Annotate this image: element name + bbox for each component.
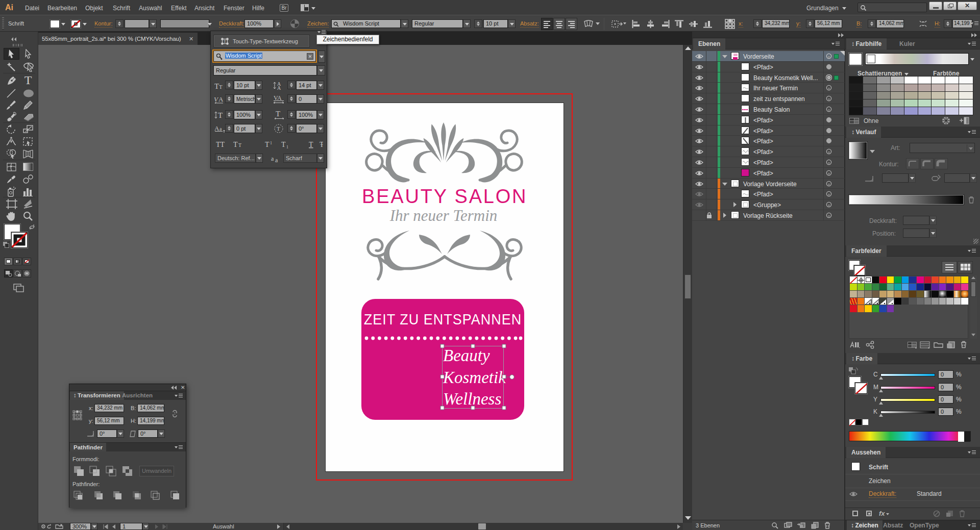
svg-text:T: T — [233, 141, 238, 148]
svg-text:T: T — [309, 141, 313, 148]
svg-text:T: T — [214, 82, 219, 90]
svg-text:T: T — [265, 141, 270, 148]
svg-text:1: 1 — [286, 145, 288, 149]
svg-text:T: T — [281, 141, 286, 148]
svg-text:T: T — [277, 125, 280, 132]
svg-text:T: T — [224, 39, 227, 44]
svg-text:VA: VA — [274, 94, 282, 102]
svg-text:a: a — [219, 126, 222, 132]
svg-text:T: T — [218, 111, 223, 119]
svg-text:A: A — [218, 95, 224, 103]
svg-text:a: a — [271, 155, 274, 162]
svg-text:Ŧ: Ŧ — [320, 141, 323, 148]
svg-text:A: A — [214, 124, 219, 132]
svg-text:T: T — [238, 142, 241, 148]
svg-text:T: T — [276, 110, 280, 118]
svg-text:a: a — [275, 157, 278, 162]
svg-text:TT: TT — [216, 141, 225, 148]
svg-text:A: A — [277, 85, 281, 90]
svg-text:T: T — [219, 84, 223, 90]
svg-text:1: 1 — [270, 141, 272, 145]
